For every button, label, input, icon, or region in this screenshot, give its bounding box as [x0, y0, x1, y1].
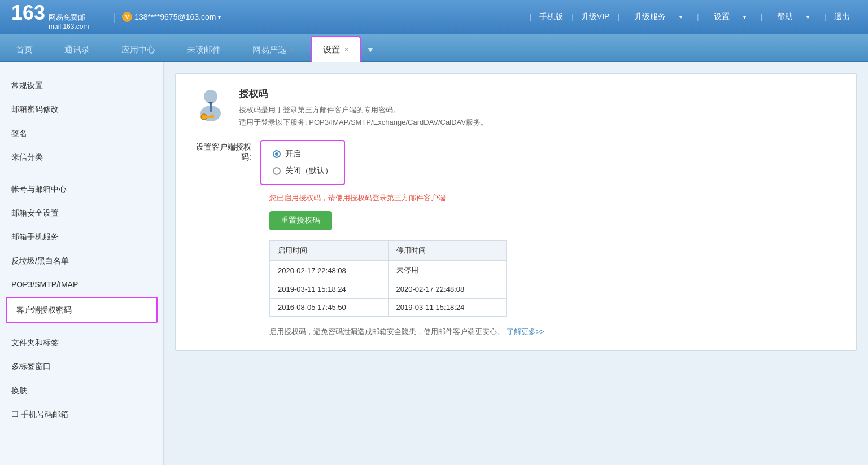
table-cell-start: 2020-02-17 22:48:08 [270, 261, 389, 280]
logo: 163 网易免费邮 mail.163.com [11, 3, 89, 31]
table-header-end: 停用时间 [388, 241, 507, 261]
card-title: 授权码 [239, 87, 488, 100]
sidebar-item-pop3[interactable]: POP3/SMTP/IMAP [0, 273, 163, 296]
reset-auth-button[interactable]: 重置授权码 [269, 211, 332, 230]
nav-help[interactable]: 帮助▾ [764, 12, 823, 22]
table-cell-end: 2020-02-17 22:48:08 [388, 280, 507, 299]
nav-service[interactable]: 升级服务▾ [621, 12, 696, 22]
svg-rect-6 [212, 115, 214, 117]
logo-163: 163 [11, 3, 45, 23]
status-message: 您已启用授权码，请使用授权码登录第三方邮件客户端 [269, 193, 839, 203]
content-area: 授权码 授权码是用于登录第三方邮件客户端的专用密码。 适用于登录以下服务: PO… [164, 62, 868, 465]
svg-rect-7 [210, 115, 212, 117]
tab-home[interactable]: 首页 [0, 38, 49, 61]
setting-label: 设置客户端授权码: [193, 140, 260, 163]
radio-on-label: 开启 [285, 149, 301, 159]
footer-note-text: 启用授权码，避免密码泄漏造成邮箱安全隐患，使用邮件客户端更安心。 [269, 327, 504, 336]
tab-unread[interactable]: 未读邮件 [171, 38, 237, 61]
header-divider: | [112, 11, 115, 23]
table-row: 2019-03-11 15:18:242020-02-17 22:48:08 [270, 280, 507, 299]
auth-avatar-icon [193, 87, 229, 124]
sidebar-item-password[interactable]: 邮箱密码修改 [0, 97, 163, 121]
tab-settings[interactable]: 设置 × [311, 36, 361, 62]
auth-table: 启用时间 停用时间 2020-02-17 22:48:08未停用2019-03-… [269, 240, 507, 317]
card-desc1: 授权码是用于登录第三方邮件客户端的专用密码。 [239, 104, 488, 116]
nav-mobile[interactable]: 手机版 [533, 12, 570, 22]
footer-note: 启用授权码，避免密码泄漏造成邮箱安全隐患，使用邮件客户端更安心。 了解更多>> [269, 327, 839, 337]
table-row: 2020-02-17 22:48:08未停用 [270, 261, 507, 280]
radio-on[interactable]: 开启 [273, 149, 333, 159]
sidebar-item-mobile-service[interactable]: 邮箱手机服务 [0, 225, 163, 248]
sidebar-item-filter[interactable]: 来信分类 [0, 145, 163, 169]
radio-off-circle [273, 167, 281, 175]
nav-settings[interactable]: 设置▾ [700, 12, 760, 22]
email-dropdown-icon[interactable]: ▾ [218, 14, 221, 20]
tab-more[interactable]: ▼ [361, 38, 380, 61]
sidebar-item-security[interactable]: 邮箱安全设置 [0, 201, 163, 225]
tab-settings-close[interactable]: × [344, 46, 348, 54]
sidebar-item-spam[interactable]: 反垃圾/黑白名单 [0, 249, 163, 273]
radio-on-circle [273, 150, 281, 158]
setting-row: 设置客户端授权码: 开启 关闭（默认） [193, 140, 839, 185]
card-desc2: 适用于登录以下服务: POP3/IMAP/SMTP/Exchange/CardD… [239, 116, 488, 129]
tab-yanxuan-close[interactable]: × [291, 46, 295, 54]
sidebar-item-account[interactable]: 帐号与邮箱中心 [0, 177, 163, 201]
vip-badge: V [122, 12, 132, 22]
header: 163 网易免费邮 mail.163.com | V 138****9675@1… [0, 0, 868, 34]
radio-off[interactable]: 关闭（默认） [273, 166, 333, 176]
svg-point-4 [201, 114, 207, 120]
sidebar-item-skin[interactable]: 换肤 [0, 379, 163, 402]
table-cell-start: 2019-03-11 15:18:24 [270, 280, 389, 299]
tab-bar: 首页 通讯录 应用中心 未读邮件 网易严选 × 设置 × ▼ [0, 34, 868, 62]
logo-sub: 网易免费邮 mail.163.com [49, 13, 89, 31]
sidebar: 常规设置 邮箱密码修改 签名 来信分类 帐号与邮箱中心 邮箱安全设置 邮箱手机服… [0, 62, 164, 465]
svg-marker-3 [208, 102, 213, 106]
sidebar-item-folders[interactable]: 文件夹和标签 [0, 331, 163, 354]
sidebar-item-mobile-email[interactable]: ☐ 手机号码邮箱 [0, 402, 163, 426]
main-layout: 常规设置 邮箱密码修改 签名 来信分类 帐号与邮箱中心 邮箱安全设置 邮箱手机服… [0, 62, 868, 465]
sidebar-item-auth[interactable]: 客户端授权密码 [6, 297, 158, 323]
header-email: V 138****9675@163.com ▾ [122, 12, 221, 22]
table-row: 2016-08-05 17:45:502019-03-11 15:18:24 [270, 299, 507, 317]
auth-card: 授权码 授权码是用于登录第三方邮件客户端的专用密码。 适用于登录以下服务: PO… [175, 73, 857, 351]
svg-point-0 [204, 90, 217, 103]
email-text: 138****9675@163.com [134, 12, 216, 21]
nav-logout[interactable]: 退出 [827, 12, 857, 22]
table-cell-end: 2019-03-11 15:18:24 [388, 299, 507, 317]
tab-contacts[interactable]: 通讯录 [49, 38, 106, 61]
nav-vip[interactable]: 升级VIP [574, 12, 617, 22]
table-header-start: 启用时间 [270, 241, 389, 261]
card-text: 授权码 授权码是用于登录第三方邮件客户端的专用密码。 适用于登录以下服务: PO… [239, 87, 488, 129]
footer-link[interactable]: 了解更多>> [507, 327, 544, 336]
radio-off-label: 关闭（默认） [285, 166, 333, 176]
card-header: 授权码 授权码是用于登录第三方邮件客户端的专用密码。 适用于登录以下服务: PO… [193, 87, 839, 129]
radio-group: 开启 关闭（默认） [260, 140, 345, 185]
header-nav: | 手机版 | 升级VIP | 升级服务▾ | 设置▾ | 帮助▾ | 退出 [529, 12, 857, 22]
table-cell-start: 2016-08-05 17:45:50 [270, 299, 389, 317]
sidebar-item-general[interactable]: 常规设置 [0, 73, 163, 97]
sidebar-item-multitab[interactable]: 多标签窗口 [0, 354, 163, 378]
tab-apps[interactable]: 应用中心 [106, 38, 171, 61]
table-cell-end: 未停用 [388, 261, 507, 280]
mobile-checkbox-icon: ☐ [11, 410, 21, 419]
tab-yanxuan[interactable]: 网易严选 × [237, 38, 311, 61]
sidebar-item-signature[interactable]: 签名 [0, 121, 163, 145]
